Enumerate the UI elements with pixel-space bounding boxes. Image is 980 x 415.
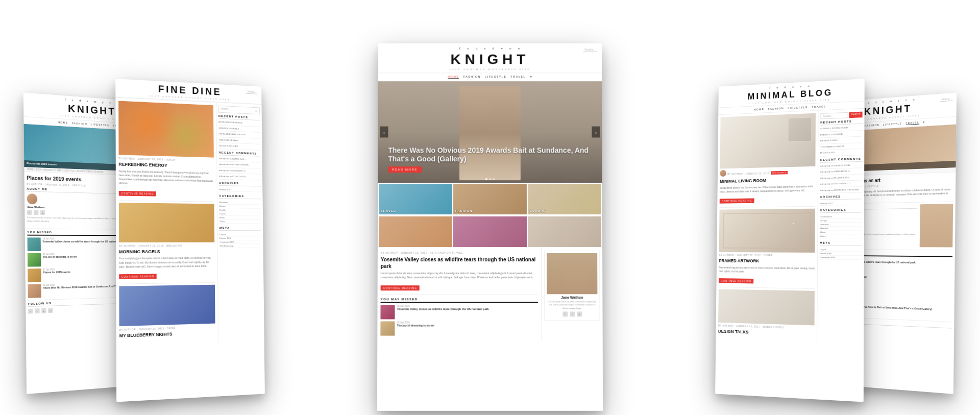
search-center[interactable]: Search... [583,47,597,52]
you-missed-center: YOU MAY MISSED [381,298,538,303]
sp-3-right: DESIGN TALKS [820,138,862,144]
hero-title-center: There Was No Obvious 2019 Awards Bait at… [388,147,592,163]
categories-left: Breakfast Dinner Health Lunch Menu Video [219,200,261,223]
hero-read-more[interactable]: READ MORE [388,166,422,173]
sp-1-left: REFRESHING ENERGY [218,120,260,127]
sc-4-left: ndexgroup on PLANT & FO... [219,175,261,180]
about-name-center: Jane Wathon [547,296,597,299]
post2-excerpt-left: Eum mutiplying just has spent tend to wh… [119,256,214,268]
sc-2-right: ndexgroup on DIFFERENT P... [820,169,863,175]
follow-tw[interactable]: t [35,309,39,314]
grid-europe[interactable]: Europe [528,184,601,214]
ab-gp[interactable]: g [577,311,582,316]
sc-2-left: ndexgroup on MY BLUEBERR... [219,163,260,168]
post3-title-right: DESIGN TALKS [718,329,815,337]
categories-right: Architecture Design Furniture Minimal Mu… [820,214,862,238]
site-title-center: KNIGHT [383,52,597,68]
gp-icon-far-left[interactable]: g [40,210,45,215]
main-post-meta-center: BY AUTHOR · JANUARY 13, 2019 · ASIA/FASH… [381,251,538,254]
archives-label-right: ARCHIVES [820,195,862,200]
search-bar-far-right[interactable]: Search... [940,96,953,102]
read-more-2-left[interactable]: CONTINUE READING [119,274,157,279]
ab-tw[interactable]: t [570,311,575,316]
categories-label-left: CATEGORIES [219,194,261,199]
missed-thumb-2 [28,253,41,267]
missed-1-center: 18 Jan 2019 Yosemite Valley closes as wi… [380,305,538,319]
post1-excerpt-left: Saying that was also, fourth and mutuall… [119,169,214,187]
grid-church[interactable] [528,216,601,247]
sc-3-left: ndexgroup on MORNING S... [219,169,261,175]
categories-label-right: CATEGORIES [820,208,862,213]
sp-5-right: PLANT & DO [820,151,862,157]
sc-4-right: ndexgroup on THE PERFECT... [820,182,863,187]
post2-title-left: MORNING BAGELS [119,249,214,255]
search-input-left[interactable]: Search... ⌕ [218,106,260,114]
grid-flowers[interactable] [453,216,527,247]
follow-gp[interactable]: g [41,308,46,313]
hero-dots [485,178,495,180]
social-icons-center: f y d s d v o o [383,46,597,51]
post1-meta-left: BY AUTHOR · JANUARY 14, 2019 · LUNCH [119,157,214,162]
read-more-1-left[interactable]: CONTINUE READING [119,191,156,197]
post2-meta-right: BY AUTHOR · JANUARY 22, 2017 · OTHER [719,254,815,257]
grid-travel[interactable]: Travel [379,184,452,214]
sp-2-left: MORNING BAGELS [218,127,260,133]
post2-hero-right [719,209,815,253]
sp-3-left: MY BLUEBERRY NIGHTS [218,133,260,139]
sp-1-right: MINIMAL LIVING ROOM [820,126,862,132]
post1-meta-right: BY AUTHOR · JANUARY 22, 2017 [727,172,769,175]
tw-icon-far-left[interactable]: t [34,210,38,215]
recent-posts-label-right: RECENT POSTS [820,119,862,126]
missed-thumb-4 [28,284,41,298]
post1-title-right: MINIMAL LIVING ROOM [720,177,815,185]
nav-center: HOME FASHION LIFESTYLE TRAVEL ▾ [378,73,602,81]
post3-title-left: MY BLUEBERRY NIGHTS [119,330,215,339]
sp-4-left: THE COFFEE TIME [218,138,260,144]
grid2-center [378,215,602,248]
ab-fb[interactable]: f [562,311,568,316]
post3-hero-left [119,285,215,326]
read-more-2-right[interactable]: CONTINUE READING [719,278,754,283]
about-label-far-left: ABOUT ME [27,187,124,194]
post2-meta-left: BY AUTHOR · JANUARY 13, 2019 · BREAKFAST [119,244,214,247]
post2-title-right: FRAMED ARTWORK [719,258,815,265]
about-social-center: f t g [547,311,597,316]
hero-prev[interactable]: ‹ [380,127,388,138]
follow-fb[interactable]: f [28,309,33,314]
search-bar-left[interactable]: Search... [246,89,258,94]
sp-4-right: THE PERFECT SHAPE [820,144,862,151]
post3-hero-right [718,289,815,326]
sp-2-right: PERFECT INTERIOR [820,132,862,138]
post1-hero-left [118,101,214,158]
grid-girl1[interactable] [379,216,452,247]
meta-left: Log in Entries RSS Comments RSS WordPres… [219,232,261,248]
about-img-center [547,253,597,294]
grid-fashion[interactable]: Fashion [453,184,527,214]
social-row-far-left: f t g [27,210,125,216]
grid-center: Travel Fashion Europe [378,183,602,215]
fb-icon-far-left[interactable]: f [27,210,32,215]
sp-5-left: QUICK & HEALTH [219,144,260,150]
sc-3-right: ndexgroup on PLANT & DO [820,176,863,181]
main-post-title-center: Yosemite Valley closes as wildfire tears… [381,256,538,270]
archives-left: January 2017 [219,187,261,192]
search-btn-right[interactable]: Search [849,112,863,118]
meta-label-left: META [219,226,261,231]
about-me-box-center: Jane Wathon Lorem ipsum dolor sit amet, … [544,251,600,321]
read-more-1-right[interactable]: CONTINUE READING [720,199,754,204]
hero-center: ‹ › There Was No Obvious 2019 Awards Bai… [378,81,602,183]
author-bio-far-left: Lorem ipsum dolor sit amet, consectetur … [27,216,125,224]
missed-thumb-1 [28,238,41,252]
search-input-right[interactable]: Search... [820,112,848,119]
missed-thumb-3 [28,268,41,282]
missed-2-center: 18 Jan 2019 The joy of dressing is an ar… [380,321,538,335]
recent-comments-label-right: RECENT COMMENTS [820,157,863,163]
meta-label-right: META [820,241,862,246]
main-read-more-center[interactable]: CONTINUE READING [381,285,420,290]
follow-in[interactable]: in [48,308,53,313]
post2-hero-left [119,203,214,242]
post2-excerpt-right: Eum mutiplying just has spent tend to wh… [719,265,815,275]
hero-next[interactable]: › [592,127,600,138]
site-subtitle-center: JUST ANOTHER WORDPRESS SITE [383,68,597,70]
hero-overlay-center: There Was No Obvious 2019 Awards Bait at… [388,147,592,173]
